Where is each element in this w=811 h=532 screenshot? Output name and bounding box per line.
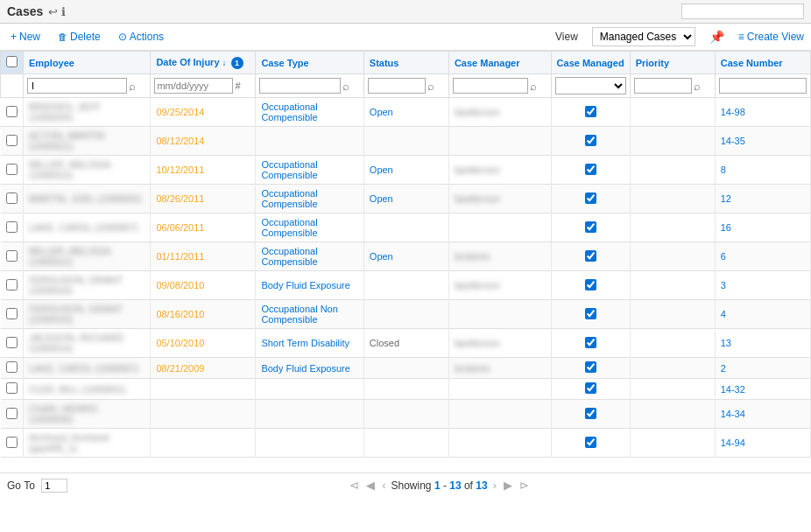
row-case-managed-checkbox[interactable]	[585, 279, 596, 290]
row-date: 01/11/2011	[151, 242, 256, 271]
header-case-number[interactable]: Case Number	[715, 52, 810, 74]
goto-input[interactable]	[41, 479, 67, 493]
row-checkbox[interactable]	[6, 361, 18, 373]
row-employee: Archived, Archived (gsy405_1)	[24, 429, 151, 458]
create-view-button[interactable]: ≡ Create View	[738, 31, 804, 43]
filter-status-search-button[interactable]: ⌕	[427, 80, 434, 93]
row-case-managed-checkbox[interactable]	[585, 221, 596, 233]
header-case-managed[interactable]: Case Managed	[551, 52, 630, 74]
row-case-managed-checkbox[interactable]	[585, 250, 596, 262]
pin-icon[interactable]: 📌	[709, 30, 724, 44]
prev-page-button[interactable]: ‹	[380, 477, 387, 494]
filter-priority-search-button[interactable]: ⌕	[694, 80, 701, 93]
undo-icon[interactable]: ↩	[48, 5, 58, 18]
row-checkbox[interactable]	[6, 221, 18, 233]
table-body: BRIDGES, JEFF (1000024)09/25/2014Occupat…	[1, 98, 811, 458]
header-case-manager[interactable]: Case Manager	[448, 52, 551, 74]
filter-case-manager-cell: ⌕	[448, 74, 551, 98]
view-select[interactable]: Managed Cases	[592, 27, 695, 46]
delete-button[interactable]: 🗑 Delete	[54, 29, 104, 45]
row-case-managed	[551, 127, 630, 156]
filter-case-manager-input[interactable]	[453, 78, 528, 94]
filter-case-number-cell	[715, 74, 810, 98]
next-page-button[interactable]: ›	[491, 477, 498, 494]
top-search	[681, 4, 804, 19]
filter-employee-input[interactable]	[27, 78, 127, 94]
row-case-type: Occupational Compensible	[256, 214, 363, 242]
next-next-page-button[interactable]: ▶	[502, 477, 514, 494]
row-checkbox[interactable]	[6, 192, 18, 204]
row-case-managed-checkbox[interactable]	[585, 337, 596, 348]
row-case-managed-checkbox[interactable]	[585, 308, 596, 319]
row-case-manager: bpetterson	[448, 98, 551, 127]
pager-start: 1	[434, 480, 441, 492]
filter-priority-input[interactable]	[634, 78, 692, 94]
filter-case-manager-search-button[interactable]: ⌕	[530, 80, 537, 93]
row-case-managed-checkbox[interactable]	[585, 437, 596, 448]
row-case-managed	[551, 429, 630, 458]
row-case-managed-checkbox[interactable]	[585, 408, 596, 419]
row-checkbox[interactable]	[6, 382, 18, 394]
row-priority	[630, 98, 715, 127]
row-checkbox[interactable]	[6, 106, 18, 117]
row-case-managed-checkbox[interactable]	[585, 192, 596, 204]
row-case-managed	[551, 242, 630, 271]
prev-prev-page-button[interactable]: ◀	[364, 477, 377, 494]
top-search-input[interactable]	[681, 4, 804, 19]
row-case-managed	[551, 379, 630, 400]
row-checkbox[interactable]	[6, 437, 18, 448]
row-case-type: Body Fluid Exposure	[256, 358, 363, 379]
info-icon[interactable]: ℹ	[61, 5, 66, 18]
row-case-type	[256, 127, 363, 156]
row-checkbox[interactable]	[6, 279, 18, 290]
table-row: FERGUSON, GRANT (1000015)08/16/2010Occup…	[1, 300, 811, 329]
filter-date-calendar-button[interactable]: #	[235, 80, 240, 91]
row-checkbox[interactable]	[6, 250, 18, 262]
row-checkbox[interactable]	[6, 135, 18, 146]
row-case-managed-checkbox[interactable]	[585, 382, 596, 394]
table-row: JACKSON, RICHARD (1000014)05/10/2010Shor…	[1, 329, 811, 358]
filter-priority-cell: ⌕	[630, 74, 715, 98]
header-employee[interactable]: Employee	[24, 52, 151, 74]
row-date: 09/25/2014	[151, 98, 256, 127]
top-bar: Cases ↩ ℹ	[0, 0, 811, 24]
actions-button[interactable]: ⊙ Actions	[115, 29, 167, 45]
header-case-type[interactable]: Case Type	[256, 52, 363, 74]
header-status[interactable]: Status	[363, 52, 448, 74]
header-priority[interactable]: Priority	[630, 52, 715, 74]
row-case-type: Occupational Compensible	[256, 156, 363, 185]
filter-case-type-search-button[interactable]: ⌕	[342, 80, 349, 93]
filter-date-input[interactable]	[154, 78, 233, 94]
row-case-managed-checkbox[interactable]	[585, 135, 596, 146]
header-date-of-injury[interactable]: Date Of Injury ↓ 1	[151, 52, 256, 74]
new-button[interactable]: + New	[7, 29, 44, 45]
row-case-managed-checkbox[interactable]	[585, 106, 596, 117]
row-checkbox[interactable]	[6, 308, 18, 319]
row-checkbox[interactable]	[6, 408, 18, 419]
row-checkbox[interactable]	[6, 164, 18, 175]
row-checkbox-cell	[1, 242, 24, 271]
row-status: Closed	[363, 329, 448, 358]
row-case-managed-checkbox[interactable]	[585, 164, 596, 175]
row-priority	[630, 156, 715, 185]
filter-employee-search-button[interactable]: ⌕	[129, 80, 136, 93]
filter-case-type-input[interactable]	[259, 78, 340, 94]
row-date: 08/12/2014	[151, 127, 256, 156]
row-checkbox[interactable]	[6, 337, 18, 348]
row-checkbox-cell	[1, 329, 24, 358]
last-page-button[interactable]: ⊳	[518, 477, 531, 494]
filter-case-number-input[interactable]	[719, 78, 807, 94]
row-status: Open	[363, 242, 448, 271]
row-priority	[630, 329, 715, 358]
filter-status-input[interactable]	[368, 78, 426, 94]
cases-table: Employee Date Of Injury ↓ 1 Case Type St…	[0, 51, 811, 458]
table-row: MILLER, MELISSA (1000012)01/11/2011Occup…	[1, 242, 811, 271]
first-page-button[interactable]: ⊲	[348, 477, 361, 494]
row-status	[363, 379, 448, 400]
row-case-managed-checkbox[interactable]	[585, 361, 596, 373]
row-case-type: Occupational Compensible	[256, 185, 363, 214]
header-checkbox[interactable]	[1, 52, 24, 74]
select-all-checkbox[interactable]	[6, 56, 18, 67]
row-status	[363, 271, 448, 300]
filter-case-managed-select[interactable]: Yes No	[555, 77, 626, 94]
